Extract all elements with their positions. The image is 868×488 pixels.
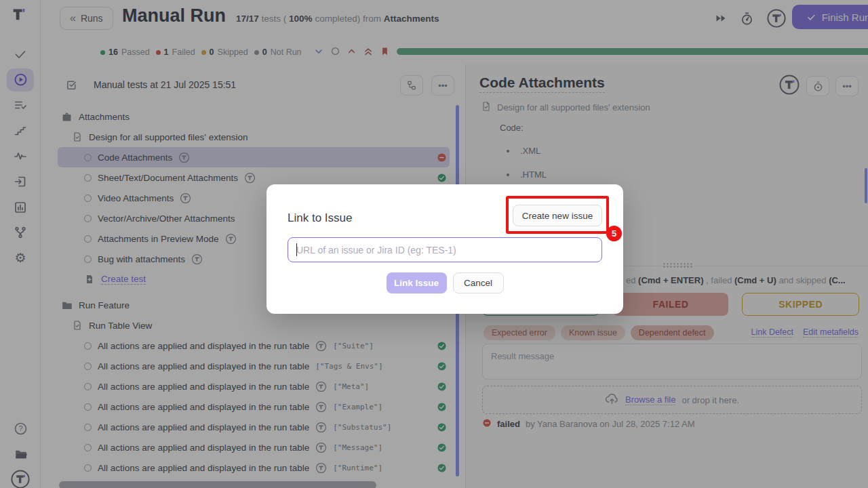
link-issue-button[interactable]: Link Issue <box>387 272 447 293</box>
cancel-button[interactable]: Cancel <box>453 272 504 293</box>
annotation-highlight-box <box>506 196 609 234</box>
annotation-badge: 5 <box>606 226 622 241</box>
modal-title: Link to Issue <box>288 211 352 225</box>
text-caret <box>296 243 297 256</box>
issue-url-input[interactable] <box>288 237 602 262</box>
